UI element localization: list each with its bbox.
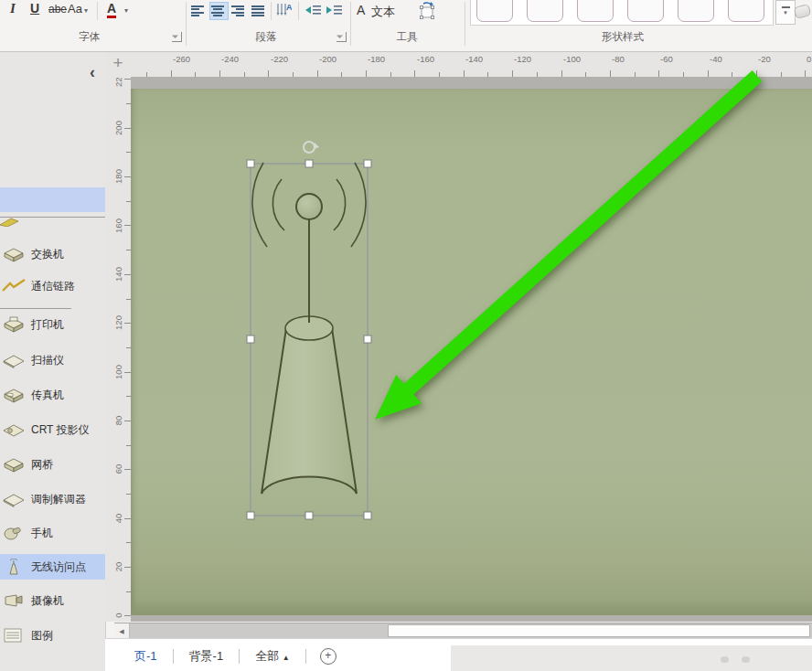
collapse-panel-chevron-icon[interactable]: ‹ [90,63,95,82]
status-mark [742,656,750,663]
font-group-label: 字体 [0,30,178,44]
h-ruler-label: 0 [807,54,811,64]
font-color-caret-icon[interactable]: ▾ [124,6,128,15]
change-case-button[interactable]: Aa [68,2,82,16]
crt-projector-icon [2,421,26,438]
v-ruler-label: 40 [113,514,123,524]
v-ruler-label: 120 [113,315,123,330]
eraser-icon[interactable] [794,4,812,19]
add-page-button[interactable]: + [320,648,337,665]
paragraph-group-label: 段落 [187,30,345,44]
status-mark [721,656,729,663]
shape-style-thumbnail[interactable] [527,0,563,22]
h-ruler-label: -80 [612,54,625,64]
sidebar-item-printer[interactable]: 打印机 [0,312,105,337]
paragraph-dialog-launcher-icon[interactable] [337,32,347,42]
decrease-indent-button[interactable] [304,4,322,16]
sidebar-item-label: 通信链路 [31,279,75,294]
tab-page-1[interactable]: 页-1 [131,646,161,666]
v-ruler-label: 220 [113,77,123,87]
shape-style-gallery[interactable] [470,0,774,26]
change-case-caret-icon[interactable]: ▾ [84,6,88,15]
sidebar-item-bridge[interactable]: 网桥 [0,452,105,477]
font-color-button[interactable]: A [107,1,116,18]
switch-icon [2,246,26,262]
text-tool-button[interactable]: 文本 [371,4,395,20]
text-direction-button[interactable]: A [275,2,292,18]
ruler-origin-crosshair-icon[interactable]: + [105,52,131,77]
shape-style-thumbnail[interactable] [728,0,764,22]
sidebar-item-label: 扫描仪 [31,353,64,368]
h-ruler-label: -200 [319,54,337,64]
sidebar-item-crt-projector[interactable]: CRT 投影仪 [0,417,105,442]
scroll-left-arrow-icon: ◀ [119,628,123,634]
sidebar-item-label: 摄像机 [31,593,64,609]
tab-background-1[interactable]: 背景-1 [186,646,228,666]
align-left-button[interactable] [190,3,208,19]
h-ruler-label: -20 [758,54,771,64]
sidebar-item-label: 打印机 [31,317,64,333]
shape-style-thumbnail[interactable] [577,0,614,22]
shapes-panel: ‹ 交换机 通信链路 打印机 扫描仪 传真机 CRT 投影 [0,52,106,671]
tab-all-caret-icon: ▲ [283,654,290,662]
drawing-canvas[interactable] [131,77,812,622]
modem-icon [2,491,26,507]
printer-icon [2,316,26,333]
tab-all-label: 全部 [255,649,279,663]
sidebar-item-legend[interactable]: 图例 [0,623,105,648]
tab-all-pages[interactable]: 全部 ▲ [251,646,294,666]
sidebar-item-mobile-phone[interactable]: 手机 [0,520,105,546]
mobile-phone-icon [2,525,26,541]
v-ruler-label: 60 [113,464,123,474]
sidebar-item-wireless-access-point[interactable]: 无线访问点 [0,554,105,580]
v-ruler-label: 180 [113,169,123,184]
sidebar-item-label: 无线访问点 [31,559,86,575]
drawing-page[interactable] [131,89,812,615]
scroll-left-button[interactable]: ◀ [114,623,130,639]
italic-button[interactable]: I [10,1,16,16]
justify-button[interactable] [251,3,268,19]
wireless-access-point-icon [2,559,26,575]
sidebar-item-switch[interactable]: 交换机 [0,241,105,267]
v-ruler-label: 200 [113,121,123,135]
fax-icon [2,387,26,403]
v-ruler-label: 140 [113,267,123,282]
partial-stencil-icon [0,218,22,227]
scrollbar-thumb[interactable] [388,624,810,637]
h-ruler-label: -240 [221,54,239,64]
shape-style-thumbnail[interactable] [476,0,513,22]
align-right-button[interactable] [230,3,248,19]
sidebar-item-fax[interactable]: 传真机 [0,382,105,408]
align-center-button[interactable] [210,3,228,19]
h-ruler-label: -180 [368,54,385,64]
sidebar-item-scanner[interactable]: 扫描仪 [0,347,105,373]
h-ruler-label: -220 [271,54,288,64]
sidebar-item-comm-link[interactable]: 通信链路 [0,273,105,299]
shape-styles-group-label: 形状样式 [470,30,775,44]
scanner-icon [2,352,26,368]
underline-button[interactable]: U [30,1,39,16]
horizontal-scrollbar[interactable]: ◀ [114,623,812,639]
gallery-more-button[interactable]: ▼ [775,0,796,25]
gallery-more-caret-icon: ▼ [776,10,795,16]
page-bottom-shadow [131,599,812,615]
sidebar-item-camera[interactable]: 摄像机 [0,588,105,613]
sidebar-item-label: 手机 [31,526,53,541]
svg-text:A: A [286,3,292,12]
shape-style-thumbnail[interactable] [678,0,714,22]
sidebar-item-label: 图例 [31,628,53,644]
h-ruler-label: -140 [465,54,483,64]
h-ruler-label: -100 [563,54,581,64]
text-block-tool-icon[interactable] [416,1,438,20]
font-dialog-launcher-icon[interactable] [172,32,182,42]
h-ruler-label: -40 [710,54,722,64]
sidebar-item-modem[interactable]: 调制解调器 [0,486,105,512]
camera-icon [2,592,26,609]
strikethrough-button[interactable]: abe [48,3,67,16]
text-tool-a-glyph[interactable]: A [357,3,365,17]
v-ruler-label: 20 [113,562,123,572]
increase-indent-button[interactable] [326,4,343,16]
stencil-header-selected[interactable] [0,187,105,212]
legend-icon [2,627,26,644]
shape-style-thumbnail[interactable] [627,0,664,22]
